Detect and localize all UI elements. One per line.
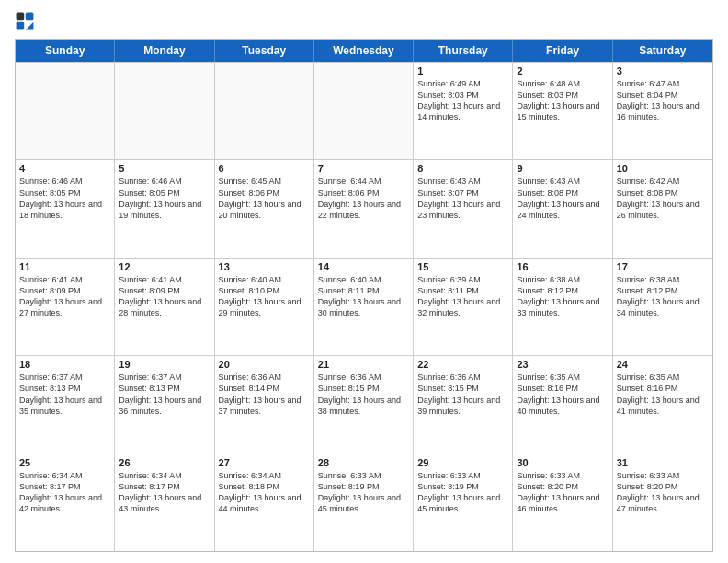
calendar-row-5: 25Sunrise: 6:34 AM Sunset: 8:17 PM Dayli… xyxy=(16,454,712,551)
day-info: Sunrise: 6:40 AM Sunset: 8:11 PM Dayligh… xyxy=(318,274,409,319)
day-info: Sunrise: 6:48 AM Sunset: 8:03 PM Dayligh… xyxy=(517,78,608,123)
day-cell-11: 11Sunrise: 6:41 AM Sunset: 8:09 PM Dayli… xyxy=(16,259,115,355)
day-number: 21 xyxy=(318,359,409,370)
day-cell-15: 15Sunrise: 6:39 AM Sunset: 8:11 PM Dayli… xyxy=(414,259,513,355)
day-cell-28: 28Sunrise: 6:33 AM Sunset: 8:19 PM Dayli… xyxy=(314,454,414,551)
day-number: 24 xyxy=(617,359,709,370)
day-info: Sunrise: 6:49 AM Sunset: 8:03 PM Dayligh… xyxy=(417,78,508,123)
calendar-row-1: 1Sunrise: 6:49 AM Sunset: 8:03 PM Daylig… xyxy=(16,62,712,159)
day-cell-5: 5Sunrise: 6:46 AM Sunset: 8:05 PM Daylig… xyxy=(115,160,214,257)
calendar-row-4: 18Sunrise: 6:37 AM Sunset: 8:13 PM Dayli… xyxy=(16,355,712,453)
day-number: 2 xyxy=(517,65,608,76)
day-info: Sunrise: 6:34 AM Sunset: 8:17 PM Dayligh… xyxy=(119,470,210,515)
day-cell-4: 4Sunrise: 6:46 AM Sunset: 8:05 PM Daylig… xyxy=(16,160,115,257)
day-info: Sunrise: 6:34 AM Sunset: 8:17 PM Dayligh… xyxy=(19,470,110,515)
day-info: Sunrise: 6:43 AM Sunset: 8:07 PM Dayligh… xyxy=(417,176,508,221)
day-info: Sunrise: 6:45 AM Sunset: 8:06 PM Dayligh… xyxy=(219,176,310,221)
empty-cell xyxy=(16,63,115,159)
day-info: Sunrise: 6:33 AM Sunset: 8:19 PM Dayligh… xyxy=(318,470,409,515)
day-number: 27 xyxy=(219,457,310,468)
day-number: 1 xyxy=(417,65,508,76)
svg-rect-1 xyxy=(26,13,34,21)
day-cell-18: 18Sunrise: 6:37 AM Sunset: 8:13 PM Dayli… xyxy=(16,356,115,453)
day-cell-10: 10Sunrise: 6:42 AM Sunset: 8:08 PM Dayli… xyxy=(613,160,712,257)
day-info: Sunrise: 6:43 AM Sunset: 8:08 PM Dayligh… xyxy=(517,176,608,221)
day-info: Sunrise: 6:47 AM Sunset: 8:04 PM Dayligh… xyxy=(617,78,709,123)
day-number: 10 xyxy=(617,163,709,174)
day-header-friday: Friday xyxy=(513,40,612,62)
day-cell-29: 29Sunrise: 6:33 AM Sunset: 8:19 PM Dayli… xyxy=(414,454,513,551)
day-info: Sunrise: 6:46 AM Sunset: 8:05 PM Dayligh… xyxy=(119,176,210,221)
day-header-wednesday: Wednesday xyxy=(314,40,414,62)
day-number: 22 xyxy=(417,359,508,370)
day-cell-20: 20Sunrise: 6:36 AM Sunset: 8:14 PM Dayli… xyxy=(215,356,314,453)
day-header-saturday: Saturday xyxy=(613,40,712,62)
day-number: 16 xyxy=(517,261,608,272)
day-info: Sunrise: 6:37 AM Sunset: 8:13 PM Dayligh… xyxy=(119,372,210,417)
day-info: Sunrise: 6:40 AM Sunset: 8:10 PM Dayligh… xyxy=(219,274,310,319)
empty-cell xyxy=(215,63,314,159)
logo-icon xyxy=(15,11,35,31)
day-number: 29 xyxy=(417,457,508,468)
day-cell-13: 13Sunrise: 6:40 AM Sunset: 8:10 PM Dayli… xyxy=(215,259,314,355)
day-info: Sunrise: 6:41 AM Sunset: 8:09 PM Dayligh… xyxy=(119,274,210,319)
day-info: Sunrise: 6:36 AM Sunset: 8:15 PM Dayligh… xyxy=(417,372,508,417)
empty-cell xyxy=(314,63,414,159)
calendar-row-2: 4Sunrise: 6:46 AM Sunset: 8:05 PM Daylig… xyxy=(16,159,712,257)
day-cell-1: 1Sunrise: 6:49 AM Sunset: 8:03 PM Daylig… xyxy=(414,63,513,159)
day-info: Sunrise: 6:38 AM Sunset: 8:12 PM Dayligh… xyxy=(517,274,608,319)
day-cell-9: 9Sunrise: 6:43 AM Sunset: 8:08 PM Daylig… xyxy=(513,160,612,257)
day-number: 5 xyxy=(119,163,210,174)
day-number: 20 xyxy=(219,359,310,370)
day-cell-23: 23Sunrise: 6:35 AM Sunset: 8:16 PM Dayli… xyxy=(513,356,612,453)
svg-marker-3 xyxy=(26,22,34,30)
day-info: Sunrise: 6:37 AM Sunset: 8:13 PM Dayligh… xyxy=(19,372,110,417)
day-number: 11 xyxy=(19,261,110,272)
page: SundayMondayTuesdayWednesdayThursdayFrid… xyxy=(0,0,728,563)
day-number: 25 xyxy=(19,457,110,468)
day-number: 7 xyxy=(318,163,409,174)
day-cell-14: 14Sunrise: 6:40 AM Sunset: 8:11 PM Dayli… xyxy=(314,259,414,355)
day-info: Sunrise: 6:33 AM Sunset: 8:19 PM Dayligh… xyxy=(417,470,508,515)
calendar-header: SundayMondayTuesdayWednesdayThursdayFrid… xyxy=(16,40,712,62)
day-number: 8 xyxy=(417,163,508,174)
day-cell-25: 25Sunrise: 6:34 AM Sunset: 8:17 PM Dayli… xyxy=(16,454,115,551)
calendar-row-3: 11Sunrise: 6:41 AM Sunset: 8:09 PM Dayli… xyxy=(16,258,712,355)
day-number: 23 xyxy=(517,359,608,370)
day-info: Sunrise: 6:33 AM Sunset: 8:20 PM Dayligh… xyxy=(617,470,709,515)
day-info: Sunrise: 6:39 AM Sunset: 8:11 PM Dayligh… xyxy=(417,274,508,319)
day-header-tuesday: Tuesday xyxy=(215,40,314,62)
day-info: Sunrise: 6:46 AM Sunset: 8:05 PM Dayligh… xyxy=(19,176,110,221)
day-number: 31 xyxy=(617,457,709,468)
day-cell-2: 2Sunrise: 6:48 AM Sunset: 8:03 PM Daylig… xyxy=(513,63,612,159)
day-cell-27: 27Sunrise: 6:34 AM Sunset: 8:18 PM Dayli… xyxy=(215,454,314,551)
day-number: 18 xyxy=(19,359,110,370)
day-header-sunday: Sunday xyxy=(16,40,115,62)
day-number: 12 xyxy=(119,261,210,272)
day-number: 4 xyxy=(19,163,110,174)
day-header-monday: Monday xyxy=(115,40,214,62)
day-info: Sunrise: 6:44 AM Sunset: 8:06 PM Dayligh… xyxy=(318,176,409,221)
day-number: 6 xyxy=(219,163,310,174)
day-info: Sunrise: 6:35 AM Sunset: 8:16 PM Dayligh… xyxy=(617,372,709,417)
logo xyxy=(15,11,39,31)
day-info: Sunrise: 6:41 AM Sunset: 8:09 PM Dayligh… xyxy=(19,274,110,319)
svg-rect-0 xyxy=(17,13,25,21)
day-cell-7: 7Sunrise: 6:44 AM Sunset: 8:06 PM Daylig… xyxy=(314,160,414,257)
day-number: 19 xyxy=(119,359,210,370)
svg-rect-2 xyxy=(17,22,25,30)
day-info: Sunrise: 6:36 AM Sunset: 8:15 PM Dayligh… xyxy=(318,372,409,417)
day-number: 9 xyxy=(517,163,608,174)
day-cell-30: 30Sunrise: 6:33 AM Sunset: 8:20 PM Dayli… xyxy=(513,454,612,551)
day-cell-12: 12Sunrise: 6:41 AM Sunset: 8:09 PM Dayli… xyxy=(115,259,214,355)
calendar: SundayMondayTuesdayWednesdayThursdayFrid… xyxy=(15,39,713,552)
empty-cell xyxy=(115,63,214,159)
day-number: 15 xyxy=(417,261,508,272)
day-info: Sunrise: 6:38 AM Sunset: 8:12 PM Dayligh… xyxy=(617,274,709,319)
day-cell-17: 17Sunrise: 6:38 AM Sunset: 8:12 PM Dayli… xyxy=(613,259,712,355)
day-number: 26 xyxy=(119,457,210,468)
day-number: 28 xyxy=(318,457,409,468)
day-info: Sunrise: 6:35 AM Sunset: 8:16 PM Dayligh… xyxy=(517,372,608,417)
day-info: Sunrise: 6:34 AM Sunset: 8:18 PM Dayligh… xyxy=(219,470,310,515)
day-cell-24: 24Sunrise: 6:35 AM Sunset: 8:16 PM Dayli… xyxy=(613,356,712,453)
